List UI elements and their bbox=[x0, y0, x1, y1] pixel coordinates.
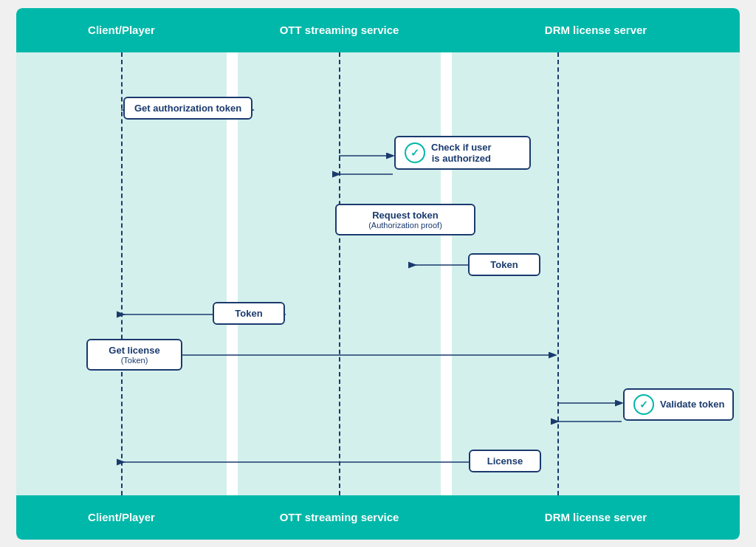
request-token-sub: (Authorization proof) bbox=[346, 221, 465, 230]
validate-check-icon: ✓ bbox=[633, 394, 654, 415]
header-ott-label: OTT streaming service bbox=[280, 24, 399, 36]
token-client-box: Token bbox=[213, 302, 285, 325]
license-label: License bbox=[487, 455, 523, 467]
validate-token-box: ✓ Validate token bbox=[623, 388, 734, 421]
request-token-label: Request token bbox=[372, 210, 439, 221]
header-client-label: Client/Player bbox=[88, 24, 155, 36]
vline-ott bbox=[339, 52, 340, 495]
get-auth-token-label: Get authorization token bbox=[134, 103, 241, 114]
get-license-label: Get license bbox=[109, 345, 159, 356]
vline-drm bbox=[557, 52, 559, 495]
diagram-container: Client/Player OTT streaming service DRM … bbox=[16, 8, 740, 540]
validate-token-label: Validate token bbox=[660, 399, 724, 410]
vline-client bbox=[121, 52, 123, 495]
get-auth-token-box: Get authorization token bbox=[123, 97, 252, 120]
license-box: License bbox=[469, 450, 541, 472]
get-license-box: Get license (Token) bbox=[86, 339, 182, 371]
footer-drm-label: DRM license server bbox=[545, 511, 647, 523]
check-user-label: Check if useris authorized bbox=[431, 142, 492, 164]
footer-ott-label: OTT streaming service bbox=[280, 511, 399, 523]
token-drm-label: Token bbox=[490, 259, 518, 270]
header-drm-label: DRM license server bbox=[545, 24, 647, 36]
token-drm-box: Token bbox=[468, 253, 540, 276]
check-user-box: ✓ Check if useris authorized bbox=[394, 136, 531, 170]
request-token-box: Request token (Authorization proof) bbox=[335, 204, 475, 235]
check-icon: ✓ bbox=[405, 142, 425, 163]
get-license-sub: (Token) bbox=[97, 356, 172, 365]
header-bar: Client/Player OTT streaming service DRM … bbox=[16, 8, 740, 52]
footer-client-label: Client/Player bbox=[88, 511, 155, 523]
token-client-label: Token bbox=[235, 308, 262, 319]
footer-bar: Client/Player OTT streaming service DRM … bbox=[16, 495, 740, 540]
